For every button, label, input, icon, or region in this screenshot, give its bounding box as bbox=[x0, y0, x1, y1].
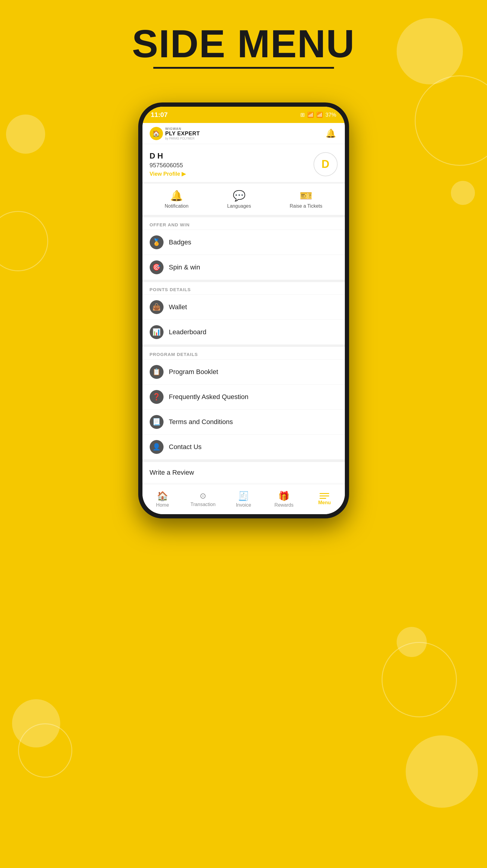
languages-action-label: Languages bbox=[227, 204, 251, 209]
home-nav-label: Home bbox=[156, 502, 169, 508]
terms-conditions-menu-item[interactable]: 📃 Terms and Conditions bbox=[142, 409, 345, 434]
notification-quick-action[interactable]: 🔔 Notification bbox=[165, 190, 189, 209]
languages-quick-action[interactable]: 💬 Languages bbox=[227, 190, 251, 209]
network-icon: 📶 bbox=[316, 112, 323, 118]
notification-bell-button[interactable]: 🔔 bbox=[324, 127, 337, 140]
view-profile-link[interactable]: View Profile ▶ bbox=[150, 170, 186, 177]
nav-transaction[interactable]: ⊙ Transaction bbox=[183, 491, 223, 507]
badges-label: Badges bbox=[169, 239, 192, 246]
wallet-icon: 👜 bbox=[150, 300, 164, 314]
status-bar: 11:07 ⊞ 📶 📶 37% bbox=[142, 107, 345, 123]
brand-name: WIGWAN bbox=[165, 127, 200, 130]
invoice-nav-label: Invoice bbox=[236, 502, 251, 508]
raise-ticket-action-icon: 🎫 bbox=[300, 190, 312, 202]
spin-win-label: Spin & win bbox=[169, 264, 200, 271]
program-details-title: PROGRAM DETAILS bbox=[142, 347, 345, 359]
points-details-title: POINTS DETAILS bbox=[142, 282, 345, 294]
battery-indicator: 37% bbox=[325, 112, 336, 118]
faq-label: Frequently Asked Question bbox=[169, 393, 249, 401]
points-details-section: POINTS DETAILS 👜 Wallet 📊 Leaderboard bbox=[142, 282, 345, 344]
badges-icon: 🏅 bbox=[150, 236, 164, 249]
languages-action-icon: 💬 bbox=[233, 190, 246, 202]
rewards-nav-icon: 🎁 bbox=[278, 491, 289, 501]
profile-name: D H bbox=[150, 151, 186, 161]
nav-rewards[interactable]: 🎁 Rewards bbox=[264, 491, 304, 508]
leaderboard-label: Leaderboard bbox=[169, 328, 206, 336]
quick-actions-bar: 🔔 Notification 💬 Languages 🎫 Raise a Tic… bbox=[142, 183, 345, 215]
signal-icon: ⊞ bbox=[300, 112, 305, 118]
rewards-nav-label: Rewards bbox=[274, 502, 293, 508]
profile-info: D H 9575606055 View Profile ▶ bbox=[150, 151, 186, 177]
contact-us-menu-item[interactable]: 👤 Contact Us bbox=[142, 434, 345, 459]
program-booklet-icon: 📋 bbox=[150, 365, 164, 379]
offer-win-title: OFFER AND WIN bbox=[142, 217, 345, 230]
raise-ticket-action-label: Raise a Tickets bbox=[290, 204, 322, 209]
program-booklet-label: Program Booklet bbox=[169, 368, 218, 376]
program-details-section: PROGRAM DETAILS 📋 Program Booklet ❓ Freq… bbox=[142, 347, 345, 459]
logo-icon: 🏠 bbox=[150, 127, 163, 140]
logo-area: 🏠 WIGWAN PLY EXPERT by PARAS POLYMER bbox=[150, 127, 200, 140]
menu-scroll-area: D H 9575606055 View Profile ▶ D 🔔 Notif bbox=[142, 144, 345, 484]
nav-invoice[interactable]: 🧾 Invoice bbox=[223, 491, 263, 508]
contact-us-label: Contact Us bbox=[169, 443, 202, 451]
status-time: 11:07 bbox=[151, 111, 168, 119]
phone-inner: 11:07 ⊞ 📶 📶 37% 🏠 WIGWAN PLY EXPERT by P… bbox=[142, 107, 345, 514]
notification-action-label: Notification bbox=[165, 204, 189, 209]
nav-home[interactable]: 🏠 Home bbox=[142, 491, 183, 508]
page-title: SIDE MENU bbox=[0, 24, 487, 63]
contact-us-icon: 👤 bbox=[150, 440, 164, 454]
simple-items-section: Write a Review Rate us on the Play Store… bbox=[142, 462, 345, 484]
title-underline bbox=[153, 67, 334, 69]
faq-menu-item[interactable]: ❓ Frequently Asked Question bbox=[142, 384, 345, 409]
wallet-menu-item[interactable]: 👜 Wallet bbox=[142, 294, 345, 319]
nav-menu[interactable]: Menu bbox=[304, 493, 345, 505]
app-header: 🏠 WIGWAN PLY EXPERT by PARAS POLYMER 🔔 bbox=[142, 123, 345, 144]
spin-win-icon: 🎯 bbox=[150, 260, 164, 274]
spin-win-menu-item[interactable]: 🎯 Spin & win bbox=[142, 255, 345, 280]
write-review-item[interactable]: Write a Review bbox=[142, 462, 345, 483]
program-booklet-menu-item[interactable]: 📋 Program Booklet bbox=[142, 359, 345, 384]
phone-mockup: 11:07 ⊞ 📶 📶 37% 🏠 WIGWAN PLY EXPERT by P… bbox=[138, 102, 349, 518]
terms-icon: 📃 bbox=[150, 415, 164, 429]
wifi-icon: 📶 bbox=[307, 112, 314, 118]
app-sub: by PARAS POLYMER bbox=[165, 137, 200, 140]
logo-text: WIGWAN PLY EXPERT by PARAS POLYMER bbox=[165, 127, 200, 140]
profile-avatar[interactable]: D bbox=[314, 152, 337, 176]
phone-outer: 11:07 ⊞ 📶 📶 37% 🏠 WIGWAN PLY EXPERT by P… bbox=[138, 102, 349, 518]
profile-phone: 9575606055 bbox=[150, 162, 186, 169]
transaction-nav-icon: ⊙ bbox=[200, 491, 206, 501]
menu-nav-label: Menu bbox=[318, 500, 331, 505]
invoice-nav-icon: 🧾 bbox=[238, 491, 249, 501]
profile-section: D H 9575606055 View Profile ▶ D bbox=[142, 144, 345, 182]
wallet-label: Wallet bbox=[169, 303, 187, 311]
status-icons: ⊞ 📶 📶 37% bbox=[300, 112, 336, 118]
write-review-label: Write a Review bbox=[150, 469, 194, 476]
notification-action-icon: 🔔 bbox=[170, 190, 183, 202]
menu-nav-icon bbox=[320, 493, 329, 499]
raise-ticket-quick-action[interactable]: 🎫 Raise a Tickets bbox=[290, 190, 322, 209]
badges-menu-item[interactable]: 🏅 Badges bbox=[142, 230, 345, 255]
bottom-navigation: 🏠 Home ⊙ Transaction 🧾 Invoice 🎁 Rewards bbox=[142, 484, 345, 514]
home-nav-icon: 🏠 bbox=[157, 491, 168, 501]
transaction-nav-label: Transaction bbox=[191, 502, 216, 507]
app-name: PLY EXPERT bbox=[165, 130, 200, 137]
leaderboard-icon: 📊 bbox=[150, 325, 164, 339]
leaderboard-menu-item[interactable]: 📊 Leaderboard bbox=[142, 319, 345, 344]
offer-win-section: OFFER AND WIN 🏅 Badges 🎯 Spin & win bbox=[142, 217, 345, 280]
faq-icon: ❓ bbox=[150, 390, 164, 404]
page-title-area: SIDE MENU bbox=[0, 24, 487, 69]
terms-label: Terms and Conditions bbox=[169, 418, 233, 426]
